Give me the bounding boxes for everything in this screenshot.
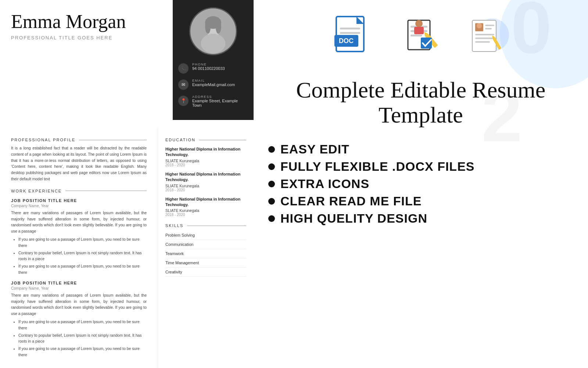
feature-item-3: EXTRA ICONS [268,177,573,191]
feature-item-4: CLEAR READ ME FILE [268,194,573,208]
features-list: EASY EDIT FULLY FLEXIBLE .DOCX FILES EXT… [268,142,573,229]
skills-section-title: SKILLS [165,223,246,228]
svg-text:DOC: DOC [339,37,354,45]
job-list-1: If you are going to use a passage of Lor… [11,236,147,276]
job-title-2: JOB POSITION TITLE HERE [11,281,147,285]
edu-year-2: 2018 - 2020 [165,188,246,192]
resume-header: Emma Morgan PROFESSIONAL TITLE GOES HERE… [0,0,254,120]
feature-item-1: EASY EDIT [268,142,573,156]
resume-panel: Emma Morgan PROFESSIONAL TITLE GOES HERE… [0,0,254,368]
resume-left-col: PROFESSIONAL PROFILE It is a long establ… [0,127,158,368]
icons-row: DOC [268,11,573,63]
resume-title: PROFESSIONAL TITLE GOES HERE [11,35,165,40]
svg-rect-8 [340,28,360,29]
profile-text: It is a long established fact that a rea… [11,145,147,182]
svg-point-2 [201,34,226,53]
contact-phone-text: PHONE 94 001100220033 [192,63,225,71]
svg-rect-29 [475,38,494,39]
person-resume-icon [395,11,447,63]
avatar [189,7,237,55]
skill-item-3: Teamwork [165,249,246,258]
edu-degree-3: Higher National Diploma in Information T… [165,197,246,208]
svg-rect-28 [475,34,494,35]
list-item: If you are going to use a passage of Lor… [18,346,147,358]
skill-item-1: Problem Solving [165,231,246,240]
skill-item-4: Time Management [165,258,246,268]
contact-address-text: ADDRESS Example Street, Example Town [192,95,248,107]
svg-rect-26 [485,25,494,26]
job-desc-2: There are many variations of passages of… [11,292,147,317]
contact-address: 📍 ADDRESS Example Street, Example Town [178,95,248,107]
edu-year-3: 2018 - 2020 [165,213,246,217]
profile-section-title: PROFESSIONAL PROFILE [11,138,147,142]
company-name-2: Company Name, Year [11,286,147,290]
edu-school-2: SLIATE Kurunegala [165,184,246,188]
resume-header-right: 📞 PHONE 94 001100220033 ✉ EMAIL ExampleM… [173,0,254,120]
svg-rect-30 [475,41,490,43]
bullet-icon-3 [268,181,275,187]
contact-phone: 📞 PHONE 94 001100220033 [178,63,248,74]
edu-degree-1: Higher National Diploma in Information T… [165,146,246,158]
job-list-2: If you are going to use a passage of Lor… [11,319,147,358]
skill-item-5: Creativity [165,268,246,277]
edu-entry-1: Higher National Diploma in Information T… [165,146,246,167]
edu-school-1: SLIATE Kurunegala [165,159,246,163]
address-icon: 📍 [178,96,189,106]
svg-rect-9 [340,32,360,34]
email-icon: ✉ [178,79,189,90]
feature-item-5: HIGH QUELITY DESIGN [268,211,573,226]
svg-rect-18 [414,27,424,34]
list-item: Contrary to popular belief, Lorem Ipsum … [18,250,147,262]
edu-entry-3: Higher National Diploma in Information T… [165,197,246,217]
list-item: If you are going to use a passage of Lor… [18,263,147,276]
resume-list-icon [461,11,513,63]
skill-item-2: Communication [165,240,246,249]
marketing-panel: 0 2 DOC [254,0,588,368]
contact-email-text: EMAIL ExampleMail.gmail.com [192,79,235,87]
experience-section-title: WORK EXPERIENCE [11,189,147,193]
feature-item-2: FULLY FLEXIBLE .DOCX FILES [268,159,573,174]
job-desc-1: There are many variations of passages of… [11,210,147,234]
svg-point-17 [415,20,423,27]
job-title-1: JOB POSITION TITLE HERE [11,198,147,203]
svg-rect-16 [410,35,422,36]
list-item: If you are going to use a passage of Lor… [18,236,147,249]
svg-rect-27 [485,28,492,29]
list-item: Contrary to popular belief, Lorem Ipsum … [18,332,147,345]
svg-point-5 [216,20,221,34]
edu-year-1: 2018 - 2020 [165,163,246,167]
company-name-1: Company Name, Year [11,204,147,208]
bullet-icon-1 [268,146,275,153]
edu-degree-2: Higher National Diploma in Information T… [165,171,246,183]
phone-icon: 📞 [178,63,189,74]
resume-body: PROFESSIONAL PROFILE It is a long establ… [0,120,254,368]
education-section-title: EDUCATION [165,138,246,142]
svg-point-4 [205,20,211,34]
bullet-icon-2 [268,163,275,170]
doc-icon: DOC [329,11,380,63]
edu-entry-2: Higher National Diploma in Information T… [165,171,246,192]
resume-header-left: Emma Morgan PROFESSIONAL TITLE GOES HERE [11,11,165,113]
contact-email: ✉ EMAIL ExampleMail.gmail.com [178,79,248,90]
list-item: If you are going to use a passage of Lor… [18,319,147,331]
bullet-icon-4 [268,198,275,205]
svg-point-25 [477,23,482,28]
resume-right-col: EDUCATION Higher National Diploma in Inf… [158,127,254,368]
headline-line1: Complete Editable Resume [268,77,573,102]
resume-name: Emma Morgan [11,11,165,32]
edu-school-3: SLIATE Kurunegala [165,208,246,213]
headline-line2: Template [268,102,573,127]
bullet-icon-5 [268,215,275,222]
